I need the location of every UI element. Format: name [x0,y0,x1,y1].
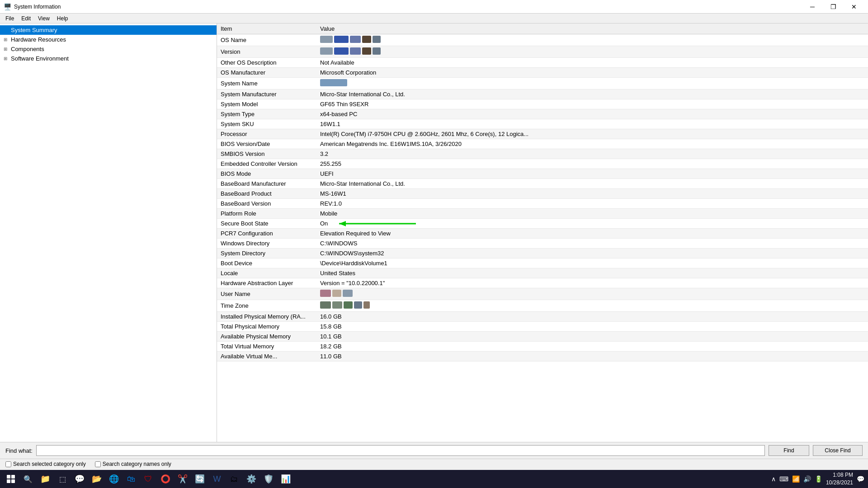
chevron-up-icon[interactable]: ∧ [771,475,776,483]
store-button[interactable]: 🛍 [124,472,138,486]
title-left: 🖥️ System Information [4,3,61,10]
taskbar-right: ∧ ⌨ 📶 🔊 🔋 1:08 PM 10/28/2021 💬 [771,471,864,487]
app1-button[interactable]: 🛡 [141,472,156,486]
table-row: BIOS ModeUEFI [217,169,868,179]
find-input[interactable] [36,445,765,456]
opera-button[interactable]: ⭕ [158,472,173,486]
close-button[interactable]: ✕ [844,0,864,14]
teams-icon: 💬 [75,474,85,484]
title-controls: ─ ❐ ✕ [802,0,864,14]
table-row: Total Physical Memory15.8 GB [217,322,868,332]
app1-icon: 🛡 [144,474,152,484]
expander-software-environment: ⊞ [4,56,9,61]
opera-icon: ⭕ [160,474,170,484]
menu-edit[interactable]: Edit [18,14,34,23]
table-cell-item: System Directory [217,249,316,258]
table-cell-item: OS Manufacturer [217,68,316,78]
app3-button[interactable]: 🔄 [193,472,207,486]
start-button[interactable] [4,472,18,486]
table-cell-item: OS Name [217,34,316,46]
table-cell-item: Total Virtual Memory [217,342,316,352]
search-taskbar-button[interactable]: 🔍 [21,472,35,486]
table-cell-item: Available Physical Memory [217,332,316,342]
restore-button[interactable]: ❐ [823,0,844,14]
table-row: OS ManufacturerMicrosoft Corporation [217,68,868,78]
blurred-value [320,301,370,309]
table-cell-value: Version = "10.0.22000.1" [316,278,868,288]
table-row: System DirectoryC:\WINDOWS\system32 [217,249,868,258]
bottom-bar: Find what: Find Close Find Search select… [0,442,868,470]
folder-icon: 📂 [92,474,102,484]
find-label: Find what: [5,447,33,454]
app4-button[interactable]: 🗂 [227,472,241,486]
tree-item-components[interactable]: ⊞ Components [0,44,217,54]
tree-label-hardware-resources: Hardware Resources [11,36,66,43]
minimize-button[interactable]: ─ [802,0,823,14]
table-row: Available Virtual Me...11.0 GB [217,352,868,361]
taskbar: 🔍 📁 ⬚ 💬 📂 🌐 🛍 🛡 ⭕ ✂️ [0,470,868,488]
app5-icon: 📊 [281,474,291,484]
table-row: Total Virtual Memory18.2 GB [217,342,868,352]
table-cell-value: 16W1.1 [316,119,868,129]
table-row: Available Physical Memory10.1 GB [217,332,868,342]
edge-button[interactable]: 🌐 [107,472,121,486]
table-cell-value: MS-16W1 [316,189,868,199]
right-panel: Item Value OS NameVersionOther OS Descri… [217,23,868,442]
table-cell-value: REV:1.0 [316,199,868,209]
app5-button[interactable]: 📊 [278,472,293,486]
table-cell-item: BaseBoard Manufacturer [217,179,316,189]
table-cell-item: Available Virtual Me... [217,352,316,361]
tree-item-software-environment[interactable]: ⊞ Software Environment [0,54,217,63]
menu-help[interactable]: Help [53,14,72,23]
wifi-icon[interactable]: 📶 [792,475,800,483]
tree-item-hardware-resources[interactable]: ⊞ Hardware Resources [0,35,217,44]
tree-item-system-summary[interactable]: System Summary [0,25,217,35]
settings-button[interactable]: ⚙️ [244,472,259,486]
task-view-button[interactable]: ⬚ [55,472,70,486]
settings-icon: ⚙️ [246,474,256,484]
teams-button[interactable]: 💬 [72,472,87,486]
table-row: Time Zone [217,300,868,312]
clock-time: 1:08 PM [826,471,853,479]
table-cell-item: PCR7 Configuration [217,229,316,239]
clock[interactable]: 1:08 PM 10/28/2021 [826,471,853,487]
word-button[interactable]: W [210,472,224,486]
notifications-icon[interactable]: 💬 [857,475,864,483]
table-cell-item: Other OS Description [217,58,316,68]
table-row: SMBIOS Version3.2 [217,149,868,159]
taskbar-left: 🔍 📁 ⬚ 💬 📂 🌐 🛍 🛡 ⭕ ✂️ [4,472,293,486]
battery-icon[interactable]: 🔋 [815,475,822,483]
table-cell-item: BaseBoard Version [217,199,316,209]
defender-button[interactable]: 🛡️ [261,472,276,486]
table-cell-value: 15.8 GB [316,322,868,332]
defender-icon: 🛡️ [264,474,274,484]
table-cell-value: GF65 Thin 9SEXR [316,99,868,109]
menu-view[interactable]: View [34,14,53,23]
title-bar: 🖥️ System Information ─ ❐ ✕ [0,0,868,14]
table-cell-item: Boot Device [217,258,316,268]
search-option-2[interactable]: Search category names only [95,461,171,467]
table-cell-value: C:\WINDOWS [316,239,868,249]
table-cell-item: System SKU [217,119,316,129]
table-cell-value: On [316,219,868,229]
close-find-button[interactable]: Close Find [813,445,863,456]
table-cell-value: American Megatrends Inc. E16W1IMS.10A, 3… [316,139,868,149]
folder-button[interactable]: 📂 [90,472,104,486]
keyboard-icon[interactable]: ⌨ [779,475,788,483]
table-cell-item: Platform Role [217,209,316,219]
file-explorer-button[interactable]: 📁 [38,472,52,486]
find-button[interactable]: Find [769,445,809,456]
table-cell-item: Installed Physical Memory (RA... [217,312,316,322]
checkbox-search-category[interactable] [95,461,101,467]
store-icon: 🛍 [127,474,135,484]
app4-icon: 🗂 [230,474,238,484]
checkbox-search-selected[interactable] [5,461,11,467]
menu-file[interactable]: File [2,14,18,23]
table-cell-value: Micro-Star International Co., Ltd. [316,179,868,189]
volume-icon[interactable]: 🔊 [803,475,811,483]
table-row: Windows DirectoryC:\WINDOWS [217,239,868,249]
search-option-1[interactable]: Search selected category only [5,461,86,467]
app2-icon: ✂️ [178,474,188,484]
table-cell-value: Mobile [316,209,868,219]
app2-button[interactable]: ✂️ [175,472,190,486]
